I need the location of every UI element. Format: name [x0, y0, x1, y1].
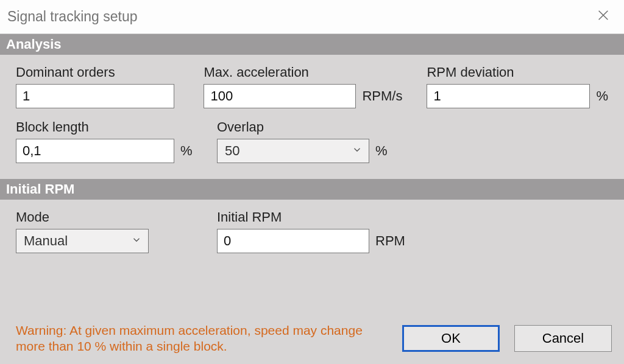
window-title: Signal tracking setup — [7, 9, 138, 25]
input-rpm-deviation[interactable] — [427, 84, 590, 108]
section-header-analysis: Analysis — [0, 34, 624, 55]
title-bar: Signal tracking setup — [0, 0, 624, 34]
unit-max-acceleration: RPM/s — [362, 88, 402, 104]
input-max-acceleration[interactable] — [204, 84, 356, 108]
label-rpm-deviation: RPM deviation — [427, 65, 608, 80]
section-title-initial-rpm: Initial RPM — [6, 181, 74, 197]
select-mode[interactable]: Manual — [16, 229, 149, 253]
unit-overlap: % — [375, 143, 388, 159]
select-overlap-value: 50 — [225, 143, 239, 159]
select-overlap[interactable]: 50 — [217, 139, 369, 163]
section-body-initial-rpm: Mode Manual Initial RPM RPM — [0, 200, 624, 265]
dialog-footer: Warning: At given maximum acceleration, … — [0, 323, 624, 355]
chevron-down-icon — [352, 143, 363, 159]
warning-text: Warning: At given maximum acceleration, … — [16, 323, 373, 355]
select-mode-value: Manual — [24, 233, 68, 249]
input-dominant-orders[interactable] — [16, 84, 174, 108]
chevron-down-icon — [131, 233, 142, 249]
ok-button-label: OK — [441, 331, 461, 346]
cancel-button-label: Cancel — [542, 331, 584, 346]
section-body-analysis: Dominant orders Max. acceleration RPM/s … — [0, 55, 624, 179]
label-dominant-orders: Dominant orders — [16, 65, 179, 80]
label-max-acceleration: Max. acceleration — [204, 65, 402, 80]
unit-rpm-deviation: % — [596, 88, 608, 104]
section-title-analysis: Analysis — [6, 37, 62, 52]
input-initial-rpm[interactable] — [217, 229, 369, 253]
close-icon — [597, 9, 610, 25]
close-button[interactable] — [594, 7, 613, 27]
ok-button[interactable]: OK — [402, 325, 500, 352]
label-overlap: Overlap — [217, 119, 418, 135]
unit-block-length: % — [180, 143, 193, 159]
label-mode: Mode — [16, 209, 193, 225]
cancel-button[interactable]: Cancel — [514, 325, 612, 352]
unit-initial-rpm: RPM — [375, 233, 405, 249]
input-block-length[interactable] — [16, 139, 174, 163]
section-header-initial-rpm: Initial RPM — [0, 179, 624, 200]
label-initial-rpm: Initial RPM — [217, 209, 418, 225]
label-block-length: Block length — [16, 119, 193, 135]
